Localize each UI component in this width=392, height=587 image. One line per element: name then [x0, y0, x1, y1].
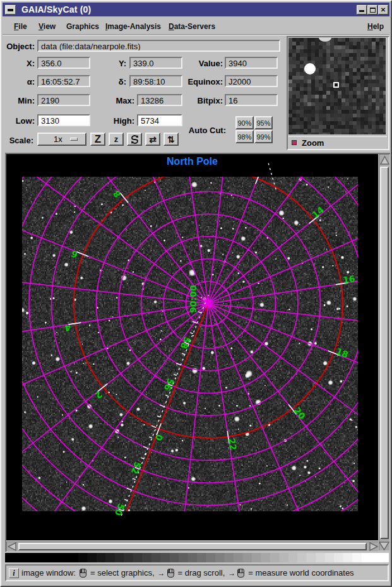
status-seg3: = measure world coordinates: [248, 568, 353, 578]
svg-text:18: 18: [335, 346, 350, 360]
object-field: data (file:data/nearpole.fits): [37, 40, 280, 52]
svg-text:0: 0: [153, 433, 165, 442]
wcs-grid-overlay: 02468101214161820225856525090:00: [6, 154, 378, 540]
arrow-icon-1: →: [158, 569, 165, 578]
high-label: High:: [92, 116, 134, 126]
status-seg2: = drag scroll,: [178, 568, 225, 578]
min-field: 2190: [37, 94, 90, 106]
scroll-left-arrow[interactable]: [8, 542, 17, 551]
x-label: X:: [0, 59, 35, 68]
dec-label: δ:: [92, 77, 126, 86]
horizontal-scrollbar-slider[interactable]: [18, 543, 367, 550]
vertical-scrollbar-slider[interactable]: [380, 167, 389, 539]
menu-data-servers[interactable]: Data-Servers: [169, 22, 215, 31]
y-field: 339.0: [129, 57, 182, 69]
zoom-color-swatch: [292, 140, 297, 145]
low-label: Low:: [0, 116, 35, 126]
window-title: GAIA/SkyCat (0): [21, 4, 91, 15]
zoom-view[interactable]: [288, 38, 386, 134]
equinox-label: Equinox:: [186, 77, 223, 86]
value-field: 3940: [225, 57, 278, 69]
bitpix-label: Bitpix:: [186, 96, 223, 105]
mouse-icon-1: [80, 569, 86, 578]
statusbar: i image window: = select graphics, → = d…: [5, 564, 389, 581]
menubar: File View Graphics Image-Analysis Data-S…: [3, 18, 389, 33]
zoom-out-button[interactable]: z: [109, 133, 124, 146]
svg-text:90:00: 90:00: [188, 285, 198, 313]
object-label: Object:: [0, 42, 35, 51]
menubar-separator: [3, 34, 389, 35]
svg-text:6: 6: [69, 249, 79, 260]
rotate-icon: [130, 134, 140, 145]
low-field[interactable]: 3130: [37, 114, 90, 126]
svg-text:16: 16: [342, 273, 356, 285]
vertical-scrollbar[interactable]: [379, 154, 389, 550]
scroll-down-arrow[interactable]: [379, 542, 389, 551]
autocut-98-button[interactable]: 98%: [235, 130, 254, 143]
mouse-icon-2: [167, 569, 174, 578]
update-button[interactable]: [127, 133, 142, 146]
menu-graphics[interactable]: Graphics: [66, 22, 99, 31]
menu-image-analysis[interactable]: Image-Analysis: [105, 22, 161, 31]
ra-label: α:: [0, 77, 35, 86]
close-button[interactable]: ✕: [378, 5, 388, 15]
scale-label: Scale:: [0, 136, 33, 145]
status-prefix: image window:: [21, 568, 76, 578]
scale-menu-indicator: [70, 138, 78, 141]
flip-y-button[interactable]: ⇅: [163, 133, 179, 146]
svg-text:8: 8: [111, 188, 123, 199]
svg-text:50: 50: [113, 502, 127, 517]
flip-x-button[interactable]: ⇄: [145, 133, 160, 146]
ra-field: 16:05:52.7: [37, 75, 90, 87]
high-field[interactable]: 5734: [137, 114, 182, 126]
zoom-in-button[interactable]: Z: [90, 133, 105, 146]
autocut-99-button[interactable]: 99%: [254, 130, 273, 143]
menu-file[interactable]: File: [14, 22, 27, 31]
autocut-90-button[interactable]: 90%: [235, 116, 254, 129]
maximize-button[interactable]: [367, 5, 377, 15]
colorbar[interactable]: [5, 553, 389, 562]
equinox-field: J2000: [225, 75, 278, 87]
image-window[interactable]: North Pole 02468101214161820225856525090…: [6, 154, 378, 540]
max-label: Max:: [92, 96, 134, 105]
zoom-label-bar: Zoom: [288, 136, 387, 148]
svg-text:22: 22: [227, 437, 239, 451]
zoom-label: Zoom: [302, 138, 324, 148]
scale-option-menu[interactable]: 1x: [37, 133, 86, 146]
svg-text:10: 10: [178, 156, 190, 170]
titlebar[interactable]: GAIA/SkyCat (0) ✕: [3, 3, 389, 16]
arrow-icon-2: →: [228, 569, 235, 578]
menu-help[interactable]: Help: [367, 22, 384, 31]
menu-view[interactable]: View: [39, 22, 56, 31]
window-menu-icon[interactable]: [5, 5, 16, 15]
max-field: 13286: [137, 94, 182, 106]
scroll-right-arrow[interactable]: [369, 542, 378, 551]
value-label: Value:: [186, 59, 223, 68]
info-icon: i: [9, 568, 19, 578]
scale-value: 1x: [54, 134, 62, 144]
scroll-up-arrow[interactable]: [380, 156, 389, 165]
svg-text:12: 12: [251, 162, 264, 177]
mouse-icon-3: [237, 569, 244, 578]
y-label: Y:: [92, 59, 126, 68]
svg-text:2: 2: [93, 389, 104, 401]
autocut-label: Auto Cut:: [183, 126, 226, 135]
x-field: 356.0: [37, 57, 90, 69]
svg-text:4: 4: [64, 323, 71, 333]
autocut-95-button[interactable]: 95%: [254, 116, 273, 129]
min-label: Min:: [0, 96, 35, 105]
dec-field: 89:58:10: [129, 75, 182, 87]
minimize-button[interactable]: [357, 5, 367, 15]
bitpix-field: 16: [225, 94, 278, 106]
status-seg1: = select graphics,: [90, 568, 155, 578]
horizontal-scrollbar[interactable]: [6, 542, 378, 551]
